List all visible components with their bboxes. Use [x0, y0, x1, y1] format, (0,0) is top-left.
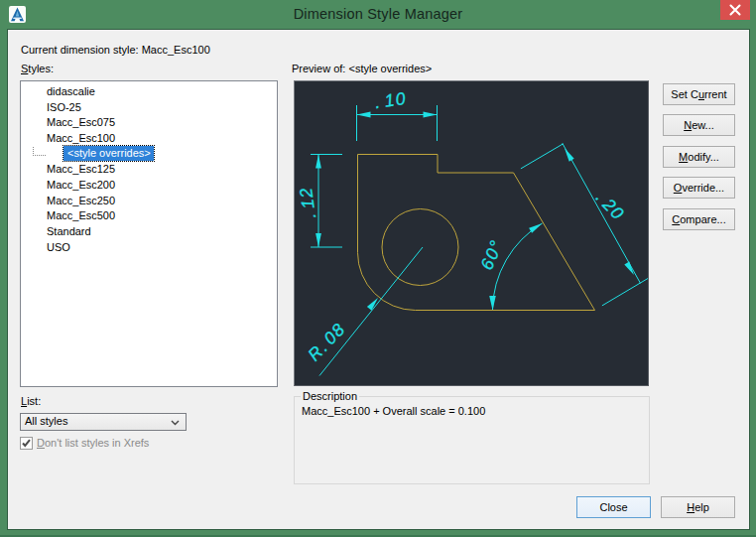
svg-text:R.08: R.08: [304, 319, 349, 365]
svg-text:.10: .10: [373, 88, 408, 112]
svg-text:.12: .12: [296, 186, 319, 220]
